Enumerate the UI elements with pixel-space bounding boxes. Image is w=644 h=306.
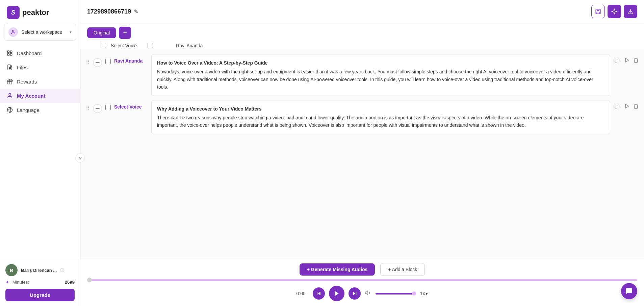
avatar: B (5, 264, 18, 276)
logo-text: peaktor (22, 8, 49, 17)
user-name: Barış Direncan ... (21, 268, 57, 273)
minus-icon (96, 62, 100, 63)
svg-rect-3 (7, 54, 9, 55)
rewind-button[interactable] (313, 287, 325, 300)
minus-button-2[interactable] (93, 104, 102, 113)
volume-icon[interactable] (365, 289, 371, 298)
dashboard-label: Dashboard (17, 50, 42, 56)
files-icon (7, 64, 13, 70)
block-2-actions (614, 100, 639, 111)
save-icon (595, 8, 601, 15)
progress-track[interactable] (87, 279, 637, 281)
block-2-card: Why Adding a Voiceover to Your Video Mat… (151, 100, 610, 134)
settings-button[interactable] (608, 5, 621, 18)
block-1-checkbox[interactable] (105, 59, 111, 64)
drag-handle-2[interactable]: ⠿ (86, 100, 90, 111)
logo-area: S peaktor (0, 0, 80, 24)
workspace-icon (8, 27, 18, 37)
svg-rect-2 (10, 51, 12, 52)
play-icon-1[interactable] (624, 57, 630, 65)
block-1-card: How to Voice Over a Video: A Step-by-Ste… (151, 54, 610, 96)
dashboard-icon (7, 50, 13, 56)
svg-rect-4 (10, 54, 12, 55)
main-content: 1729890866719 ✎ (80, 0, 644, 306)
minutes-count: 2699 (65, 280, 75, 285)
progress-bar-area (80, 279, 644, 282)
account-icon (7, 93, 13, 99)
table-row: ⠿ Select Voice Why Adding a Voiceover to… (80, 100, 644, 138)
info-icon[interactable]: ⓘ (60, 267, 64, 273)
voice-header-row: Select Voice Ravi Ananda (80, 42, 644, 50)
top-actions (591, 5, 637, 18)
chat-bubble-button[interactable] (621, 283, 637, 299)
minutes-row: ✦ Minutes: 2699 (5, 280, 75, 285)
language-label: Language (17, 107, 40, 113)
play-pause-button[interactable] (329, 286, 344, 301)
sidebar-item-my-account[interactable]: My Account (0, 89, 80, 103)
fast-forward-icon (352, 291, 357, 296)
sidebar-item-files[interactable]: Files (0, 60, 80, 74)
voice-col-2-header: Ravi Ananda (176, 43, 203, 48)
playback-controls: 0:00 (80, 282, 644, 306)
voice-tabs: Original + (80, 23, 644, 42)
svg-rect-20 (617, 59, 617, 62)
svg-rect-1 (7, 51, 9, 52)
drag-handle[interactable]: ⠿ (86, 54, 90, 65)
download-button[interactable] (624, 5, 637, 18)
svg-marker-36 (335, 291, 339, 296)
minus-button-1[interactable] (93, 58, 102, 67)
save-button[interactable] (591, 5, 605, 18)
svg-marker-33 (625, 104, 628, 108)
svg-marker-24 (625, 58, 628, 62)
block-2-voice-name[interactable]: Select Voice (114, 100, 148, 110)
waveform-icon-2[interactable] (614, 103, 621, 111)
svg-rect-19 (616, 57, 616, 63)
play-pause-icon (333, 290, 340, 297)
fast-forward-button[interactable] (349, 287, 361, 300)
upgrade-button[interactable]: Upgrade (5, 289, 75, 301)
tab-original[interactable]: Original (87, 27, 116, 38)
block-1-actions (614, 54, 639, 65)
volume-slider[interactable] (376, 293, 416, 295)
speed-label: 1x (420, 291, 425, 296)
svg-point-9 (9, 93, 11, 95)
audio-waveform-icon-2 (614, 103, 621, 109)
progress-thumb[interactable] (87, 278, 92, 282)
select-voice-checkbox-header[interactable] (101, 43, 106, 48)
svg-rect-16 (96, 62, 100, 63)
svg-rect-29 (617, 105, 617, 108)
sidebar-item-language[interactable]: Language (0, 103, 80, 117)
block-1-title: How to Voice Over a Video: A Step-by-Ste… (157, 59, 604, 67)
files-label: Files (17, 65, 28, 70)
block-2-checkbox[interactable] (105, 105, 111, 110)
delete-icon-2[interactable] (633, 103, 639, 111)
table-row: ⠿ Ravi Ananda How to Voice Over a Video:… (80, 54, 644, 100)
ravi-checkbox-header[interactable] (148, 43, 153, 48)
bottom-bar: + Generate Missing Audios + Add a Block … (80, 258, 644, 306)
add-buttons-row: + Generate Missing Audios + Add a Block (80, 258, 644, 279)
generate-missing-button[interactable]: + Generate Missing Audios (300, 263, 375, 276)
svg-rect-31 (619, 105, 619, 107)
svg-rect-26 (614, 105, 614, 107)
file-id-text: 1729890866719 (87, 8, 131, 15)
blocks-area: ⠿ Ravi Ananda How to Voice Over a Video:… (80, 50, 644, 258)
svg-marker-39 (365, 291, 368, 295)
add-block-button[interactable]: + Add a Block (380, 263, 425, 276)
delete-icon-1[interactable] (633, 57, 639, 65)
sidebar-nav: Dashboard Files Rewards (0, 43, 80, 259)
sidebar-item-rewards[interactable]: Rewards (0, 74, 80, 89)
block-1-voice-name[interactable]: Ravi Ananda (114, 54, 148, 64)
sidebar-collapse-button[interactable]: ‹‹ (75, 153, 85, 163)
svg-rect-30 (618, 104, 618, 108)
rewards-icon (7, 78, 13, 85)
workspace-selector[interactable]: Select a workspace ▾ (4, 24, 76, 41)
tab-add-button[interactable]: + (119, 27, 131, 39)
edit-icon[interactable]: ✎ (134, 8, 138, 15)
play-icon-2[interactable] (624, 103, 630, 111)
speed-selector[interactable]: 1x ▾ (420, 291, 428, 296)
svg-rect-28 (616, 103, 616, 109)
waveform-icon-1[interactable] (614, 57, 621, 65)
chevron-down-icon: ▾ (70, 30, 72, 34)
speaker-icon (365, 289, 371, 296)
sidebar-item-dashboard[interactable]: Dashboard (0, 46, 80, 60)
